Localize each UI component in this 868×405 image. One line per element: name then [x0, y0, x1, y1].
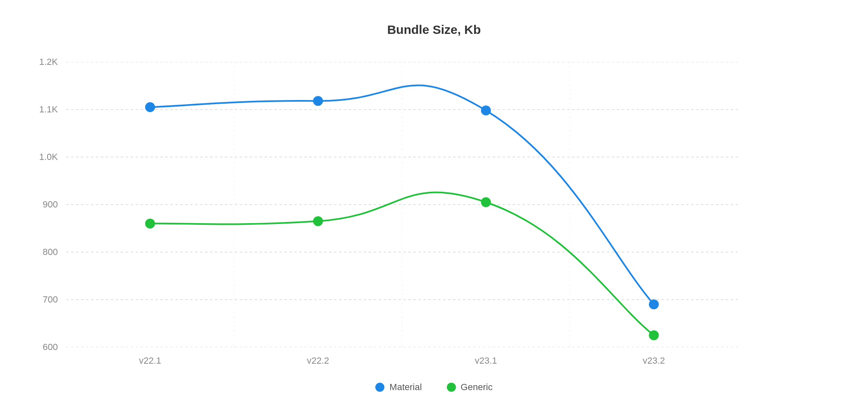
y-tick-label: 1.2K — [29, 57, 58, 67]
x-tick-label: v23.2 — [643, 355, 665, 366]
y-tick-label: 1.1K — [29, 104, 58, 115]
legend-dot-material — [375, 383, 384, 392]
data-point[interactable] — [313, 216, 323, 226]
chart-container: Bundle Size, Kb Material Generic 6007008… — [0, 0, 868, 405]
legend: Material Generic — [0, 382, 868, 393]
data-point[interactable] — [145, 219, 155, 229]
data-point[interactable] — [649, 330, 659, 340]
y-tick-label: 1.0K — [29, 152, 58, 162]
legend-item-material[interactable]: Material — [375, 382, 422, 393]
y-tick-label: 700 — [29, 294, 58, 305]
data-point[interactable] — [145, 102, 155, 112]
legend-label-material: Material — [389, 382, 422, 393]
plot-area — [66, 62, 738, 347]
legend-item-generic[interactable]: Generic — [447, 382, 493, 393]
x-tick-label: v23.1 — [475, 355, 497, 366]
data-point[interactable] — [481, 197, 491, 207]
x-tick-label: v22.1 — [139, 355, 161, 366]
y-tick-label: 600 — [29, 342, 58, 353]
chart-title: Bundle Size, Kb — [0, 0, 868, 37]
x-tick-label: v22.2 — [307, 355, 329, 366]
chart-svg — [66, 62, 738, 347]
data-point[interactable] — [313, 96, 323, 106]
series-line — [150, 193, 654, 336]
y-tick-label: 900 — [29, 199, 58, 210]
data-point[interactable] — [649, 300, 659, 310]
data-point[interactable] — [481, 105, 491, 115]
legend-label-generic: Generic — [461, 382, 493, 393]
legend-dot-generic — [447, 383, 456, 392]
y-tick-label: 800 — [29, 247, 58, 257]
